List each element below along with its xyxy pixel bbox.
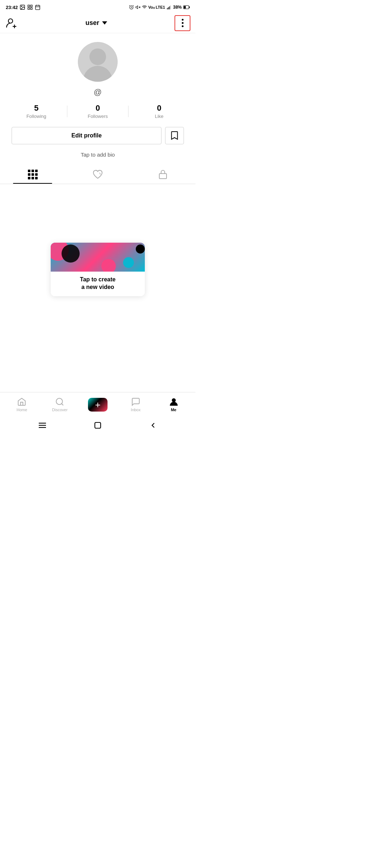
svg-rect-22 [184,6,186,9]
status-icons: Vo₀ LTE1 38% [129,5,190,10]
add-user-button[interactable] [5,17,18,30]
home-icon [17,397,26,407]
status-left: 23:42 [6,4,41,10]
blob2 [62,244,80,263]
system-bar [0,417,196,434]
likes-label: Like [155,114,164,119]
svg-line-11 [129,5,130,6]
add-bio-text[interactable]: Tap to add bio [81,152,115,158]
tab-private[interactable] [130,165,196,184]
svg-rect-2 [28,5,30,7]
tab-videos[interactable] [0,165,65,184]
mute-icon [135,5,140,10]
liked-tab-icon [92,169,103,179]
content-area: Tap to create a new video [0,184,196,300]
system-menu-icon [38,422,47,429]
battery-pct: 38% [173,5,182,10]
followers-label: Followers [88,114,108,119]
svg-rect-17 [167,8,168,9]
nav-item-create[interactable] [79,398,117,412]
signal-bars [167,5,172,10]
following-label: Following [26,114,46,119]
svg-rect-3 [31,5,33,7]
svg-line-29 [62,404,63,405]
gallery-icon [20,4,25,10]
top-nav: user [0,13,196,33]
svg-rect-20 [170,5,171,9]
svg-point-24 [8,19,13,23]
svg-rect-27 [159,174,167,179]
svg-marker-13 [136,6,138,9]
home-label: Home [17,408,27,412]
more-options-button[interactable] [175,15,190,31]
following-count: 5 [34,103,38,113]
followers-stat[interactable]: 0 Followers [67,103,129,119]
alarm-icon [129,5,134,10]
create-card-title: Tap to create a new video [56,276,139,291]
svg-rect-23 [189,7,190,8]
battery-icon [183,5,190,9]
grid-icon-status [27,4,33,10]
likes-count: 0 [157,103,161,113]
me-icon [169,397,178,407]
blob5 [136,244,145,254]
discover-label: Discover [52,408,68,412]
discover-icon [55,397,64,407]
username-at: @ [94,88,102,97]
lock-tab-icon [158,169,168,179]
avatar-head [89,48,106,65]
nav-item-discover[interactable]: Discover [41,397,79,412]
system-home-button[interactable] [93,421,102,430]
inbox-icon [131,397,140,407]
signal-text: Vo₀ LTE1 [148,5,165,10]
svg-rect-18 [168,7,169,9]
nav-title: user [85,19,99,27]
tabs-row [0,165,196,184]
card-bottom: Tap to create a new video [51,272,145,296]
me-label: Me [171,408,176,412]
system-back-button[interactable] [149,421,157,430]
svg-rect-4 [28,8,30,9]
status-time: 23:42 [6,5,18,10]
card-top-art [51,243,145,272]
system-menu-button[interactable] [38,422,47,429]
inbox-label: Inbox [131,408,140,412]
avatar-torso [83,66,112,82]
svg-rect-34 [95,422,101,428]
bookmark-button[interactable] [165,127,184,144]
chevron-down-icon [102,21,107,25]
blob3 [101,259,116,272]
status-bar: 23:42 Vo₀ LTE1 38% [0,0,196,13]
avatar [78,42,118,82]
following-stat[interactable]: 5 Following [6,103,67,119]
nav-title-area[interactable]: user [85,19,107,27]
system-back-icon [149,421,157,430]
svg-rect-5 [31,8,33,9]
bookmark-icon [171,131,178,140]
action-buttons: Edit profile [6,127,190,144]
svg-rect-6 [35,5,40,10]
nav-item-home[interactable]: Home [3,397,41,412]
svg-point-28 [56,398,62,404]
avatar-body [83,48,112,82]
nav-item-me[interactable]: Me [155,397,193,412]
calendar-icon [35,4,41,10]
create-video-card[interactable]: Tap to create a new video [51,243,145,296]
likes-stat[interactable]: 0 Like [129,103,190,119]
nav-item-inbox[interactable]: Inbox [117,397,155,412]
followers-count: 0 [96,103,100,113]
svg-point-30 [172,398,176,402]
profile-section: @ 5 Following 0 Followers 0 Like Edit pr… [0,33,196,165]
edit-profile-button[interactable]: Edit profile [12,127,161,144]
blob4 [123,257,134,268]
wifi-icon [142,5,147,10]
tab-liked[interactable] [65,165,130,184]
system-home-icon [93,421,102,430]
create-button[interactable] [88,398,108,412]
svg-rect-19 [169,7,170,9]
stats-row: 5 Following 0 Followers 0 Like [6,103,190,119]
svg-line-12 [133,5,134,6]
grid-tab-icon [28,170,38,179]
svg-point-1 [21,6,22,7]
three-dots-icon [182,19,184,27]
